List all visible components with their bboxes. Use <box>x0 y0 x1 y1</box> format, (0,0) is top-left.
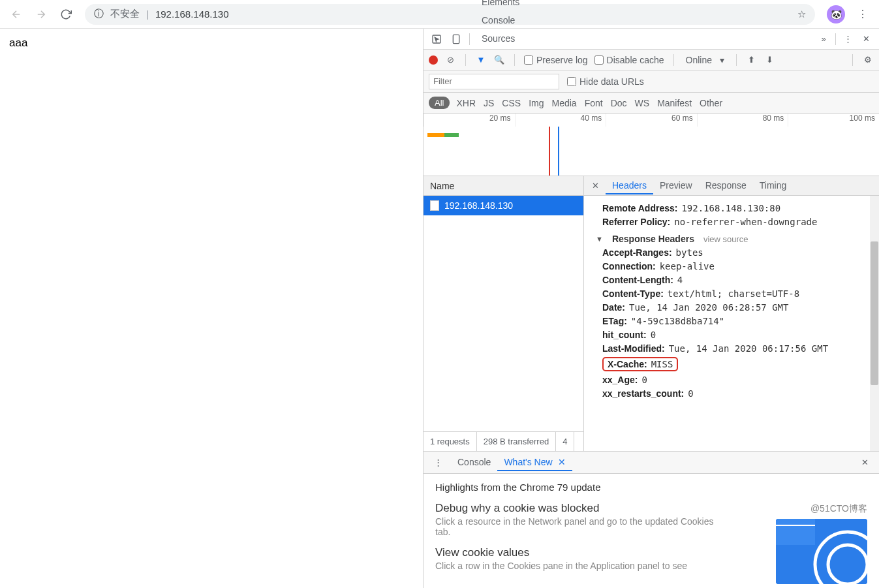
scrollbar[interactable] <box>870 196 879 451</box>
search-icon[interactable]: 🔍 <box>493 55 505 65</box>
request-list: Name 192.168.148.130 1 requests 298 B tr… <box>424 176 584 451</box>
detail-body: Remote Address:192.168.148.130:80Referre… <box>584 196 879 451</box>
header-row: X-Cache:MISS <box>602 357 879 371</box>
svg-rect-6 <box>776 519 815 545</box>
close-detail-icon[interactable]: ✕ <box>588 181 603 191</box>
separator <box>835 33 836 45</box>
header-row: Content-Type:text/html; charset=UTF-8 <box>602 288 879 299</box>
timeline-tick: 40 ms <box>515 114 606 127</box>
request-status-bar: 1 requests 298 B transferred 4 <box>424 431 583 451</box>
status-size: 298 B transferred <box>477 432 556 451</box>
main-area: aaa ElementsConsoleSourcesNetworkPerform… <box>0 29 879 588</box>
type-js[interactable]: JS <box>484 98 494 108</box>
type-xhr[interactable]: XHR <box>456 98 476 108</box>
separator: | <box>146 8 149 20</box>
header-row: Accept-Ranges:bytes <box>602 247 879 258</box>
svg-rect-1 <box>453 35 459 43</box>
header-row: Last-Modified:Tue, 14 Jan 2020 06:17:56 … <box>602 343 879 354</box>
record-button[interactable] <box>429 55 438 65</box>
drawer-tab-console[interactable]: Console <box>451 454 497 471</box>
type-media[interactable]: Media <box>552 98 577 108</box>
timeline-tick: 100 ms <box>788 114 879 127</box>
close-drawer-icon[interactable]: ✕ <box>856 454 874 472</box>
filter-input[interactable] <box>429 74 559 89</box>
more-tabs-icon[interactable]: » <box>814 30 833 48</box>
separator <box>514 54 515 66</box>
url-text: 192.168.148.130 <box>155 8 229 20</box>
menu-button[interactable]: ⋮ <box>852 3 874 25</box>
profile-avatar[interactable]: 🐼 <box>827 5 845 23</box>
network-timeline[interactable]: 20 ms40 ms60 ms80 ms100 ms <box>424 114 879 176</box>
type-css[interactable]: CSS <box>502 98 521 108</box>
separator <box>852 54 853 66</box>
separator <box>673 54 674 66</box>
insecure-label: 不安全 <box>110 8 140 20</box>
section-title: Response Headers <box>612 234 694 244</box>
type-other[interactable]: Other <box>700 98 722 108</box>
drawer-tab-bar: ⋮ ConsoleWhat's New ✕ ✕ <box>424 452 879 474</box>
header-row: Referrer Policy:no-referrer-when-downgra… <box>602 217 879 227</box>
type-ws[interactable]: WS <box>635 98 650 108</box>
tab-elements[interactable]: Elements <box>474 0 542 11</box>
filter-row: Hide data URLs <box>424 70 879 93</box>
request-list-header[interactable]: Name <box>424 176 583 196</box>
type-doc[interactable]: Doc <box>611 98 627 108</box>
browser-toolbar: ⓘ 不安全 | 192.168.148.130 ☆ 🐼 ⋮ <box>0 0 879 29</box>
detail-tab-headers[interactable]: Headers <box>606 178 653 194</box>
device-icon[interactable] <box>447 30 465 48</box>
view-source-link[interactable]: view source <box>703 234 748 244</box>
star-icon[interactable]: ☆ <box>797 8 806 20</box>
back-button[interactable] <box>5 3 27 25</box>
info-icon: ⓘ <box>94 8 104 20</box>
close-devtools-icon[interactable]: ✕ <box>857 30 875 48</box>
header-row: Content-Length:4 <box>602 275 879 285</box>
devtools-panel: ElementsConsoleSourcesNetworkPerformance… <box>424 29 879 588</box>
download-har-icon[interactable]: ⬇ <box>764 55 776 65</box>
throttle-select[interactable]: Online ▾ <box>683 54 727 67</box>
clear-icon[interactable]: ⊘ <box>444 55 456 65</box>
tab-console[interactable]: Console <box>474 11 542 29</box>
header-row: ETag:"4-59c138d8ba714" <box>602 316 879 326</box>
separator <box>736 54 737 66</box>
disclosure-triangle-icon: ▼ <box>596 235 603 243</box>
hide-data-urls-checkbox[interactable]: Hide data URLs <box>567 76 644 87</box>
timeline-marker-blue <box>558 127 559 176</box>
filter-icon[interactable]: ▼ <box>475 55 487 65</box>
kebab-icon[interactable]: ⋮ <box>429 454 447 472</box>
header-row: Date:Tue, 14 Jan 2020 06:28:57 GMT <box>602 302 879 313</box>
page-content: aaa <box>0 29 424 588</box>
highlights-title: Highlights from the Chrome 79 update <box>435 482 867 493</box>
header-row: xx_Age:0 <box>602 375 879 385</box>
type-manifest[interactable]: Manifest <box>657 98 692 108</box>
timeline-tick: 60 ms <box>606 114 697 127</box>
detail-tab-timing[interactable]: Timing <box>753 178 794 194</box>
request-name: 192.168.148.130 <box>444 200 513 211</box>
type-font[interactable]: Font <box>585 98 603 108</box>
reload-button[interactable] <box>55 3 77 25</box>
detail-tab-preview[interactable]: Preview <box>653 178 699 194</box>
header-row: Connection:keep-alive <box>602 261 879 271</box>
upload-har-icon[interactable]: ⬆ <box>746 55 758 65</box>
separator <box>469 33 470 45</box>
header-row: hit_count:0 <box>602 330 879 340</box>
response-headers-section[interactable]: ▼ Response Headers view source <box>596 234 879 244</box>
type-img[interactable]: Img <box>529 98 544 108</box>
type-all[interactable]: All <box>429 97 450 109</box>
watermark: @51CTO博客 <box>810 503 867 515</box>
kebab-icon[interactable]: ⋮ <box>839 30 857 48</box>
preserve-log-checkbox[interactable]: Preserve log <box>524 55 588 65</box>
forward-button[interactable] <box>30 3 52 25</box>
address-bar[interactable]: ⓘ 不安全 | 192.168.148.130 ☆ <box>85 4 815 25</box>
settings-icon[interactable]: ⚙ <box>862 55 874 65</box>
separator <box>465 54 466 66</box>
disable-cache-checkbox[interactable]: Disable cache <box>594 55 664 65</box>
network-toolbar: ⊘ ▼ 🔍 Preserve log Disable cache Online … <box>424 50 879 70</box>
inspect-icon[interactable] <box>427 30 446 48</box>
detail-tab-response[interactable]: Response <box>699 178 753 194</box>
request-row[interactable]: 192.168.148.130 <box>424 196 583 215</box>
drawer-tab-what-s-new[interactable]: What's New ✕ <box>497 454 572 471</box>
tab-sources[interactable]: Sources <box>474 29 542 48</box>
detail-tab-bar: ✕ HeadersPreviewResponseTiming <box>584 176 879 196</box>
status-count: 1 requests <box>424 432 477 451</box>
type-filter-row: All XHRJSCSSImgMediaFontDocWSManifestOth… <box>424 93 879 114</box>
